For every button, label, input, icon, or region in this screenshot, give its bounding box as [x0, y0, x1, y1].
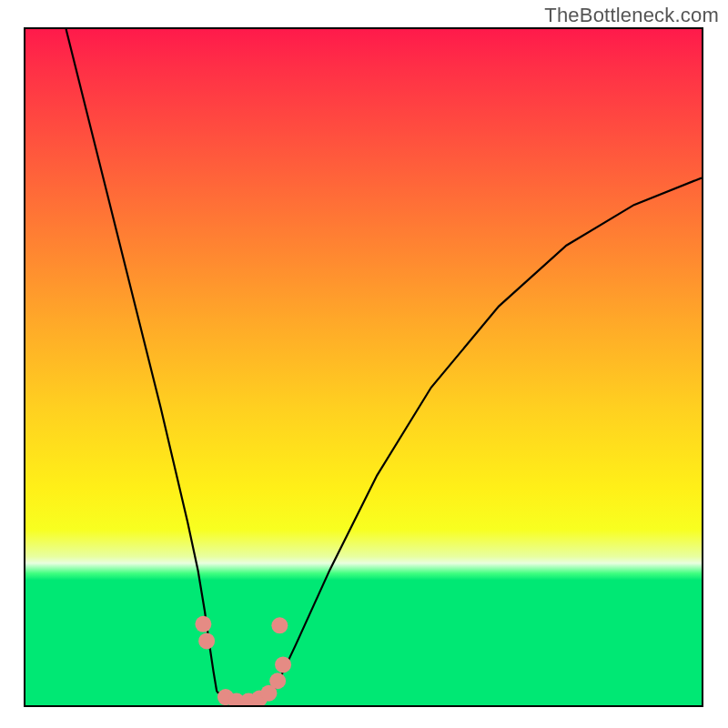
curve-right-arm: [274, 177, 702, 690]
marker-dot: [198, 632, 215, 649]
chart-stage: TheBottleneck.com: [0, 0, 728, 728]
plot-frame: [24, 27, 703, 707]
marker-dot: [275, 656, 291, 672]
curve-left-arm: [66, 29, 217, 692]
marker-dot: [195, 616, 211, 632]
marker-group: [195, 616, 291, 705]
marker-dot: [269, 672, 286, 689]
watermark-text: TheBottleneck.com: [544, 4, 719, 27]
curve-layer: [25, 29, 702, 705]
marker-dot: [271, 617, 288, 633]
